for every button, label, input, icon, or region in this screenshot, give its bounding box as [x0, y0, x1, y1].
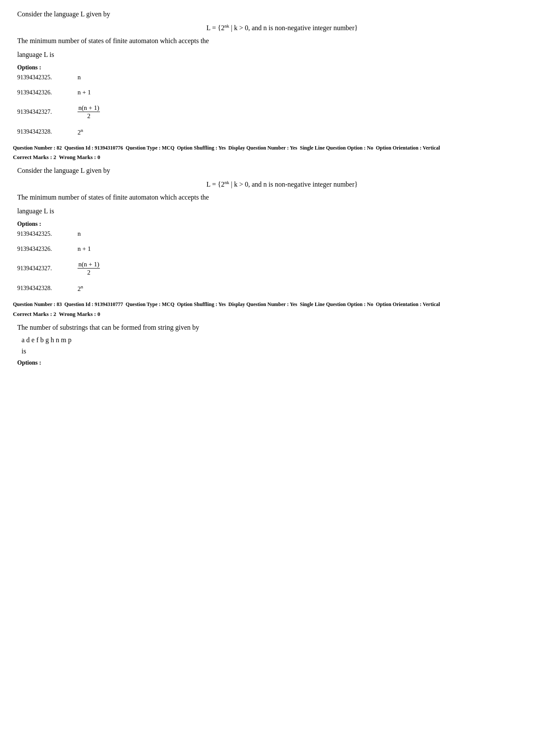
option-value-81-3: n(n + 1) 2 — [78, 104, 100, 120]
q83-meta: Question Number : 83 Question Id : 91394… — [13, 300, 521, 309]
option-value-81-2: n + 1 — [78, 89, 91, 96]
option-value-82-3: n(n + 1) 2 — [78, 260, 100, 276]
option-row-81-3: 91394342327. n(n + 1) 2 — [17, 104, 521, 120]
option-row-82-2: 91394342326. n + 1 — [17, 245, 521, 253]
q81-body-line1: Consider the language L given by — [17, 9, 521, 20]
option-id-81-1: 91394342325. — [17, 74, 65, 81]
q82-meta: Question Number : 82 Question Id : 91394… — [13, 144, 521, 152]
question-81-top: Consider the language L given by L = {2n… — [13, 9, 521, 136]
q81-question-line1: The minimum number of states of finite a… — [17, 35, 521, 47]
option-value-82-1: n — [78, 230, 81, 237]
q82-marks: Correct Marks : 2 Wrong Marks : 0 — [13, 154, 521, 161]
question-82: Question Number : 82 Question Id : 91394… — [13, 144, 521, 293]
option-value-81-1: n — [78, 74, 81, 81]
q82-question-line2: language L is — [17, 206, 521, 217]
question-83: Question Number : 83 Question Id : 91394… — [13, 300, 521, 366]
option-row-82-4: 91394342328. 2n — [17, 284, 521, 293]
q83-body-line1: The number of substrings that can be for… — [17, 322, 521, 333]
option-row-82-3: 91394342327. n(n + 1) 2 — [17, 260, 521, 276]
q82-question-line1: The minimum number of states of finite a… — [17, 192, 521, 203]
option-id-82-4: 91394342328. — [17, 285, 65, 292]
q83-options-label: Options : — [17, 359, 521, 366]
q82-body-line1: Consider the language L given by — [17, 165, 521, 176]
option-row-81-1: 91394342325. n — [17, 74, 521, 81]
option-row-81-2: 91394342326. n + 1 — [17, 89, 521, 96]
option-row-81-4: 91394342328. 2n — [17, 128, 521, 136]
option-id-82-1: 91394342325. — [17, 231, 65, 237]
q81-options-label: Options : — [17, 64, 521, 71]
q83-is: is — [22, 347, 521, 355]
option-value-82-2: n + 1 — [78, 245, 91, 253]
option-id-82-2: 91394342326. — [17, 246, 65, 253]
q83-string-value: a d e f b g h n m p — [22, 336, 521, 344]
option-id-82-3: 91394342327. — [17, 265, 65, 272]
option-row-82-1: 91394342325. n — [17, 230, 521, 237]
option-value-81-4: 2n — [78, 128, 83, 136]
q82-formula: L = {2nk | k > 0, and n is non-negative … — [43, 180, 521, 188]
option-value-82-4: 2n — [78, 284, 83, 293]
q81-question-line2: language L is — [17, 49, 521, 60]
option-id-81-2: 91394342326. — [17, 89, 65, 96]
option-id-81-3: 91394342327. — [17, 109, 65, 116]
q83-marks: Correct Marks : 2 Wrong Marks : 0 — [13, 311, 521, 318]
q81-formula: L = {2nk | k > 0, and n is non-negative … — [43, 23, 521, 32]
option-id-81-4: 91394342328. — [17, 128, 65, 135]
q82-options-label: Options : — [17, 221, 521, 228]
